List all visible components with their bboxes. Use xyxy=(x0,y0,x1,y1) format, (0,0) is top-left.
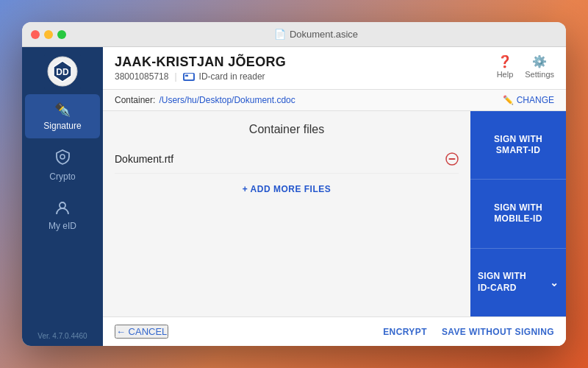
header: JAAK-KRISTJAN JÕEORG 38001085718 | ID-ca… xyxy=(103,47,566,90)
sidebar: DD ✒️ Signature Crypto xyxy=(22,47,103,346)
svg-text:DD: DD xyxy=(56,67,69,77)
sign-smart-id-label: SIGN WITH SMART-ID xyxy=(494,134,542,157)
sign-id-card-button[interactable]: SIGN WITH ID-CARD ⌄ xyxy=(470,248,566,316)
sign-id-card-label: SIGN WITH ID-CARD xyxy=(478,271,526,294)
sidebar-item-myeid[interactable]: My eID xyxy=(25,192,100,238)
help-icon: ❓ xyxy=(498,54,512,68)
title-bar-title: 📄 Dokument.asice xyxy=(75,29,557,40)
sign-mobile-id-label: SIGN WITH MOBILE-ID xyxy=(494,202,542,225)
sidebar-logo: DD xyxy=(44,53,81,90)
help-button[interactable]: ❓ Help xyxy=(497,54,514,79)
title-bar: 📄 Dokument.asice xyxy=(22,22,566,47)
sidebar-item-signature[interactable]: ✒️ Signature xyxy=(25,94,100,138)
header-left: JAAK-KRISTJAN JÕEORG 38001085718 | ID-ca… xyxy=(115,54,286,82)
pen-icon: ✒️ xyxy=(54,102,71,118)
container-path: Container: /Users/hu/Desktop/Dokument.cd… xyxy=(115,95,295,105)
sign-mobile-id-button[interactable]: SIGN WITH MOBILE-ID xyxy=(470,179,566,247)
remove-file-button[interactable] xyxy=(445,152,459,166)
edit-icon: ✏️ xyxy=(503,95,514,105)
gear-icon: ⚙️ xyxy=(532,54,547,68)
main-area: DD ✒️ Signature Crypto xyxy=(22,47,566,346)
version-label: Ver. 4.7.0.4460 xyxy=(32,326,93,346)
container-label: Container: xyxy=(115,95,155,105)
cancel-label: ← CANCEL xyxy=(116,326,167,337)
app-window: 📄 Dokument.asice DD ✒️ Signature xyxy=(22,22,566,346)
window-title: Dokument.asice xyxy=(290,29,358,40)
file-name: Dokument.rtf xyxy=(115,153,173,165)
window-controls xyxy=(31,30,66,39)
close-button[interactable] xyxy=(31,30,40,39)
sidebar-item-label: Signature xyxy=(43,121,81,131)
shield-icon xyxy=(54,149,71,169)
main-content: Container files Dokument.rtf xyxy=(103,111,470,316)
sidebar-item-label: My eID xyxy=(49,221,76,231)
id-status: ID-card in reader xyxy=(199,71,265,82)
id-card-icon xyxy=(183,73,195,81)
chevron-down-icon: ⌄ xyxy=(550,276,559,289)
svg-rect-6 xyxy=(185,75,188,77)
section-title: Container files xyxy=(103,111,470,145)
container-path-value: /Users/hu/Desktop/Dokument.cdoc xyxy=(159,95,295,105)
change-button[interactable]: ✏️ CHANGE xyxy=(503,95,554,105)
sign-panel: SIGN WITH SMART-ID SIGN WITH MOBILE-ID S… xyxy=(470,111,566,316)
settings-label: Settings xyxy=(525,70,554,79)
file-list: Dokument.rtf xyxy=(103,145,470,174)
id-number: 38001085718 xyxy=(115,71,168,82)
minimize-button[interactable] xyxy=(44,30,53,39)
content-area: JAAK-KRISTJAN JÕEORG 38001085718 | ID-ca… xyxy=(103,47,566,346)
table-row: Dokument.rtf xyxy=(115,145,459,174)
sign-smart-id-button[interactable]: SIGN WITH SMART-ID xyxy=(470,111,566,179)
separator: | xyxy=(174,71,176,82)
svg-point-3 xyxy=(60,155,65,159)
save-without-signing-button[interactable]: SAVE WITHOUT SIGNING xyxy=(442,327,554,337)
add-more-files-button[interactable]: + ADD MORE FILES xyxy=(103,174,470,205)
sidebar-item-label: Crypto xyxy=(49,171,75,182)
header-actions: ❓ Help ⚙️ Settings xyxy=(497,54,554,79)
settings-button[interactable]: ⚙️ Settings xyxy=(525,54,554,79)
digidoc-logo-icon: DD xyxy=(46,55,79,88)
cancel-button[interactable]: ← CANCEL xyxy=(115,325,168,339)
header-info: 38001085718 | ID-card in reader xyxy=(115,71,286,82)
container-bar: Container: /Users/hu/Desktop/Dokument.cd… xyxy=(103,90,566,111)
help-label: Help xyxy=(497,70,514,79)
title-icon: 📄 xyxy=(274,29,286,40)
change-label: CHANGE xyxy=(517,95,554,105)
footer-right: ENCRYPT SAVE WITHOUT SIGNING xyxy=(383,327,554,337)
person-icon xyxy=(54,199,71,218)
sidebar-item-crypto[interactable]: Crypto xyxy=(25,141,100,189)
user-name: JAAK-KRISTJAN JÕEORG xyxy=(115,54,286,70)
footer: ← CANCEL ENCRYPT SAVE WITHOUT SIGNING xyxy=(103,316,566,346)
remove-icon xyxy=(445,152,459,166)
maximize-button[interactable] xyxy=(57,30,66,39)
svg-point-4 xyxy=(60,202,65,208)
encrypt-button[interactable]: ENCRYPT xyxy=(383,327,427,337)
